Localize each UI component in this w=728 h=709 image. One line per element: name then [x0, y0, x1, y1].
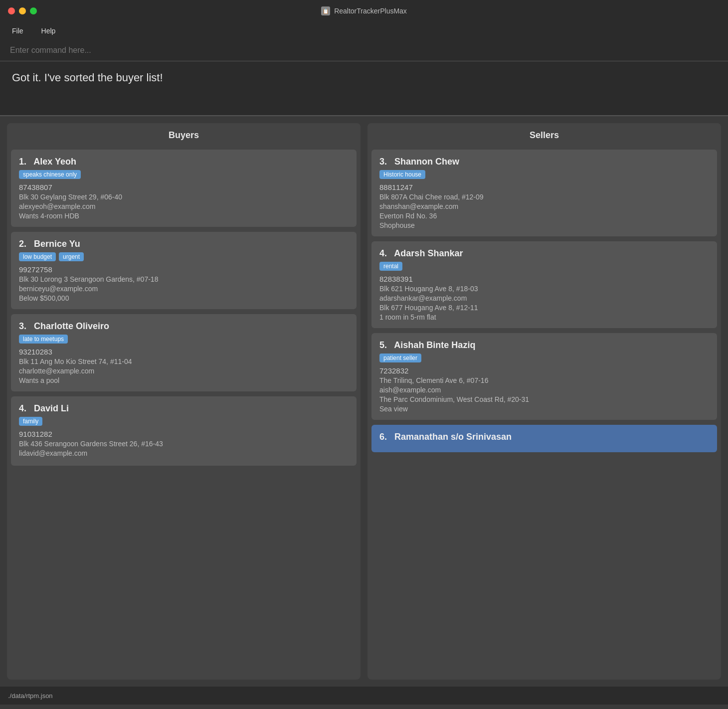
buyer-address-3: Blk 11 Ang Mo Kio Street 74, #11-04: [19, 357, 349, 365]
buyer-note-1: Wants 4-room HDB: [19, 212, 349, 220]
seller-tags-1: Historic house: [379, 170, 709, 179]
sellers-panel: Sellers 3. Shannon Chew Historic house 8…: [367, 123, 721, 680]
minimize-button[interactable]: [19, 7, 26, 14]
seller-card-1[interactable]: 3. Shannon Chew Historic house 88811247 …: [371, 150, 717, 236]
app-icon: 📋: [321, 6, 330, 15]
buyers-panel: Buyers 1. Alex Yeoh speaks chinese only …: [7, 123, 361, 680]
tag-family: family: [19, 417, 42, 426]
tag-low-budget: low budget: [19, 252, 56, 261]
buyer-note-2: Below $500,000: [19, 294, 349, 302]
main-content: Buyers 1. Alex Yeoh speaks chinese only …: [0, 116, 728, 687]
seller-tags-3: patient seller: [379, 354, 709, 362]
sellers-list: 3. Shannon Chew Historic house 88811247 …: [367, 148, 721, 680]
tag-historic-house: Historic house: [379, 170, 425, 179]
seller-card-4[interactable]: 6. Ramanathan s/o Srinivasan: [371, 425, 717, 452]
status-text: ./data/rtpm.json: [8, 692, 53, 700]
buyer-email-1: alexyeoh@example.com: [19, 202, 349, 210]
buyer-phone-1: 87438807: [19, 183, 349, 191]
seller-address2-1: Everton Rd No. 36: [379, 212, 709, 220]
status-bar: ./data/rtpm.json: [0, 687, 728, 705]
seller-note-2: 1 room in 5-rm flat: [379, 313, 709, 321]
seller-note-3: Sea view: [379, 405, 709, 413]
sellers-header: Sellers: [367, 123, 721, 148]
command-area: [0, 40, 728, 61]
buyer-phone-2: 99272758: [19, 265, 349, 274]
window-controls: [8, 7, 37, 14]
seller-name-4: 6. Ramanathan s/o Srinivasan: [379, 432, 709, 442]
buyer-email-2: berniceyu@example.com: [19, 285, 349, 293]
tag-speaks-chinese: speaks chinese only: [19, 170, 81, 179]
close-button[interactable]: [8, 7, 15, 14]
seller-address-1: Blk 807A Chai Chee road, #12-09: [379, 193, 709, 201]
buyers-list: 1. Alex Yeoh speaks chinese only 8743880…: [7, 148, 361, 680]
seller-email-1: shanshan@example.com: [379, 202, 709, 210]
maximize-button[interactable]: [30, 7, 37, 14]
title-bar: 📋 RealtorTrackerPlusMax: [0, 0, 728, 22]
seller-address-3: The Trilinq, Clementi Ave 6, #07-16: [379, 376, 709, 384]
buyer-name-2: 2. Bernice Yu: [19, 239, 349, 249]
tag-patient-seller: patient seller: [379, 354, 421, 362]
menu-file[interactable]: File: [8, 25, 27, 37]
seller-card-3[interactable]: 5. Aishah Binte Haziq patient seller 723…: [371, 333, 717, 420]
buyer-name-1: 1. Alex Yeoh: [19, 157, 349, 167]
response-text: Got it. I've sorted the buyer list!: [12, 71, 716, 84]
seller-phone-3: 7232832: [379, 366, 709, 375]
buyer-phone-4: 91031282: [19, 430, 349, 438]
app-title: 📋 RealtorTrackerPlusMax: [321, 6, 407, 15]
buyers-header: Buyers: [7, 123, 361, 148]
seller-email-2: adarshankar@example.com: [379, 294, 709, 302]
seller-name-2: 4. Adarsh Shankar: [379, 248, 709, 259]
buyer-address-2: Blk 30 Lorong 3 Serangoon Gardens, #07-1…: [19, 275, 349, 283]
menu-help[interactable]: Help: [37, 25, 60, 37]
buyer-phone-3: 93210283: [19, 348, 349, 356]
seller-phone-1: 88811247: [379, 183, 709, 191]
tag-urgent: urgent: [59, 252, 84, 261]
menu-bar: File Help: [0, 22, 728, 40]
tag-late-meetups: late to meetups: [19, 335, 68, 344]
buyer-tags-2: low budget urgent: [19, 252, 349, 261]
buyer-email-3: charlotte@example.com: [19, 367, 349, 375]
seller-note-1: Shophouse: [379, 221, 709, 229]
buyer-card-4[interactable]: 4. David Li family 91031282 Blk 436 Sera…: [11, 396, 357, 466]
buyer-email-4: lidavid@example.com: [19, 449, 349, 457]
buyer-tags-4: family: [19, 417, 349, 426]
seller-address-2: Blk 621 Hougang Ave 8, #18-03: [379, 285, 709, 293]
command-input[interactable]: [10, 46, 718, 55]
buyer-name-4: 4. David Li: [19, 403, 349, 414]
buyer-address-4: Blk 436 Serangoon Gardens Street 26, #16…: [19, 440, 349, 448]
seller-address2-3: The Parc Condominium, West Coast Rd, #20…: [379, 395, 709, 403]
buyer-tags-3: late to meetups: [19, 335, 349, 344]
seller-address2-2: Blk 677 Hougang Ave 8, #12-11: [379, 304, 709, 312]
tag-rental: rental: [379, 262, 402, 271]
seller-card-2[interactable]: 4. Adarsh Shankar rental 82838391 Blk 62…: [371, 241, 717, 328]
buyer-note-3: Wants a pool: [19, 376, 349, 384]
seller-phone-2: 82838391: [379, 275, 709, 283]
buyer-address-1: Blk 30 Geylang Street 29, #06-40: [19, 193, 349, 201]
seller-tags-2: rental: [379, 262, 709, 271]
buyer-card-3[interactable]: 3. Charlotte Oliveiro late to meetups 93…: [11, 314, 357, 391]
seller-name-3: 5. Aishah Binte Haziq: [379, 340, 709, 351]
seller-name-1: 3. Shannon Chew: [379, 157, 709, 167]
buyer-tags-1: speaks chinese only: [19, 170, 349, 179]
response-area: Got it. I've sorted the buyer list!: [0, 61, 728, 116]
buyer-card-2[interactable]: 2. Bernice Yu low budget urgent 99272758…: [11, 232, 357, 309]
buyer-name-3: 3. Charlotte Oliveiro: [19, 321, 349, 332]
seller-email-3: aish@example.com: [379, 386, 709, 394]
buyer-card-1[interactable]: 1. Alex Yeoh speaks chinese only 8743880…: [11, 150, 357, 227]
